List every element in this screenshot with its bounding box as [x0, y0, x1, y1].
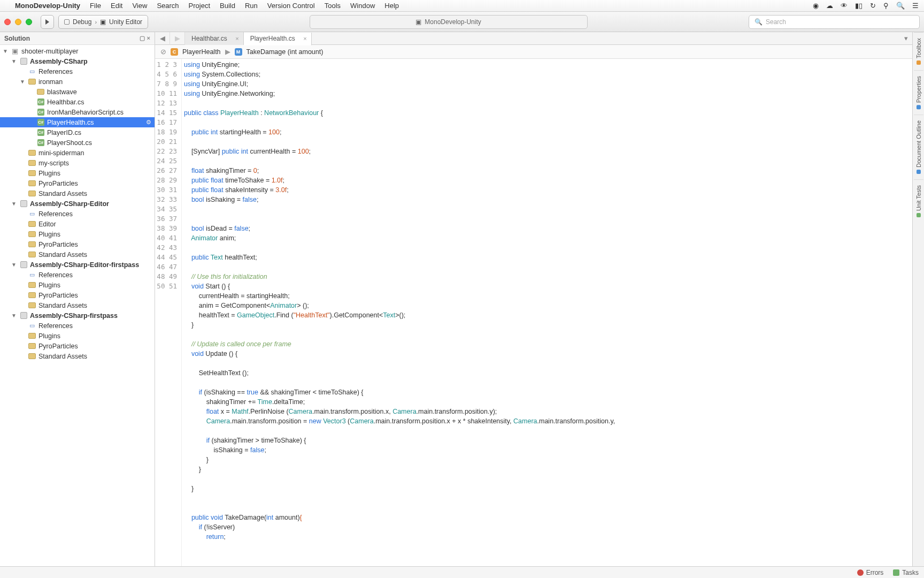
breadcrumb-method[interactable]: TakeDamage (int amount) [247, 48, 324, 56]
minimize-window-icon[interactable] [15, 19, 21, 25]
tree-ironman[interactable]: ▼ironman [0, 77, 155, 87]
tree-playershoot-cs[interactable]: C#PlayerShoot.cs [0, 138, 155, 148]
tree-assembly-csharp-firstpass[interactable]: ▼Assembly-CSharp-firstpass [0, 310, 155, 321]
pad-toolbox[interactable]: Toolbox [914, 32, 923, 70]
breadcrumb-class[interactable]: PlayerHealth [182, 48, 221, 56]
tree-shooter-multiplayer[interactable]: ▼▣shooter-multiplayer [0, 46, 155, 56]
menu-search[interactable]: Search [157, 2, 179, 10]
tree-plugins[interactable]: Plugins [0, 168, 155, 178]
method-icon: M [235, 48, 242, 56]
editor-tabs: Healthbar.cs×PlayerHealth.cs× [185, 32, 312, 45]
tab-overflow-icon[interactable]: ▾ [899, 34, 912, 42]
line-gutter[interactable]: 1 2 3 4 5 6 7 8 9 10 11 12 13 14 15 16 1… [155, 59, 182, 566]
tasks-pad-button[interactable]: Tasks [893, 569, 919, 576]
solution-pad-header: Solution ▢× [0, 32, 155, 45]
tree-pyroparticles[interactable]: PyroParticles [0, 178, 155, 188]
nav-back-button[interactable]: ◀ [155, 32, 170, 45]
solution-pad: Solution ▢× ▼▣shooter-multiplayer▼Assemb… [0, 32, 155, 566]
disclosure-icon[interactable]: ▼ [11, 262, 17, 268]
pad-document-outline[interactable]: Document Outline [914, 115, 923, 179]
tree-standard-assets[interactable]: Standard Assets [0, 188, 155, 199]
tree-pyroparticles[interactable]: PyroParticles [0, 341, 155, 351]
gear-icon[interactable]: ⚙ [146, 119, 151, 126]
wifi-icon[interactable]: ⚲ [883, 2, 889, 10]
tree-standard-assets[interactable]: Standard Assets [0, 351, 155, 361]
menu-file[interactable]: File [90, 2, 101, 10]
disclosure-icon[interactable]: ▼ [11, 313, 17, 318]
eye-icon[interactable]: 👁 [841, 2, 848, 10]
record-icon[interactable]: ◉ [813, 2, 819, 10]
menu-edit[interactable]: Edit [111, 2, 122, 10]
target-icon [64, 19, 70, 25]
menu-version-control[interactable]: Version Control [267, 2, 315, 10]
spotlight-icon[interactable]: 🔍 [896, 2, 905, 10]
menu-tools[interactable]: Tools [325, 2, 341, 10]
tab-playerhealth-cs[interactable]: PlayerHealth.cs× [244, 33, 312, 45]
tree-mini-spiderman[interactable]: mini-spiderman [0, 148, 155, 158]
tree-plugins[interactable]: Plugins [0, 229, 155, 239]
close-window-icon[interactable] [4, 19, 11, 25]
tree-editor[interactable]: Editor [0, 219, 155, 229]
tree-ironmanbehaviorscript-cs[interactable]: C#IronManBehaviorScript.cs [0, 107, 155, 117]
tree-healthbar-cs[interactable]: C#Healthbar.cs [0, 97, 155, 107]
zoom-window-icon[interactable] [26, 19, 32, 25]
config-selector[interactable]: Debug › ▣ Unity Editor [58, 15, 148, 29]
pad-icon [917, 170, 921, 174]
code-editor[interactable]: using UnityEngine;using System.Collectio… [182, 59, 912, 566]
cloud-icon[interactable]: ☁︎ [826, 2, 833, 10]
tree-blastwave[interactable]: blastwave [0, 87, 155, 97]
pad-icon [917, 105, 921, 109]
clock-icon[interactable]: ↻ [870, 2, 876, 10]
device-icon: ▣ [100, 18, 106, 26]
error-icon [857, 569, 864, 576]
pad-properties[interactable]: Properties [914, 70, 923, 115]
menu-run[interactable]: Run [245, 2, 258, 10]
tree-references[interactable]: References [0, 209, 155, 219]
toolbar: Debug › ▣ Unity Editor ▣ MonoDevelop-Uni… [0, 12, 924, 32]
tree-standard-assets[interactable]: Standard Assets [0, 249, 155, 260]
menu-project[interactable]: Project [189, 2, 210, 10]
undock-icon[interactable]: ▢ [140, 35, 145, 42]
disclosure-icon[interactable]: ▼ [11, 58, 17, 64]
macos-menubar: MonoDevelop-Unity FileEditViewSearchProj… [0, 0, 924, 12]
solution-title: Solution [4, 35, 30, 42]
task-icon [893, 569, 899, 576]
tree-assembly-csharp-editor[interactable]: ▼Assembly-CSharp-Editor [0, 199, 155, 209]
tree-my-scripts[interactable]: my-scripts [0, 158, 155, 168]
tab-close-icon[interactable]: × [303, 35, 306, 42]
tree-playerid-cs[interactable]: C#PlayerID.cs [0, 127, 155, 138]
menu-window[interactable]: Window [350, 2, 375, 10]
run-button[interactable] [41, 15, 54, 29]
tree-assembly-csharp-editor-firstpass[interactable]: ▼Assembly-CSharp-Editor-firstpass [0, 260, 155, 270]
app-name[interactable]: MonoDevelop-Unity [15, 2, 80, 10]
tab-healthbar-cs[interactable]: Healthbar.cs× [185, 32, 244, 45]
disclosure-icon[interactable]: ▼ [11, 201, 17, 207]
tree-plugins[interactable]: Plugins [0, 280, 155, 290]
tab-close-icon[interactable]: × [235, 35, 238, 42]
search-placeholder: Search [766, 18, 786, 26]
tree-pyroparticles[interactable]: PyroParticles [0, 239, 155, 249]
no-selection-icon: ⊘ [160, 48, 166, 56]
nav-forward-button[interactable]: ▶ [170, 32, 185, 45]
tree-playerhealth-cs[interactable]: C#PlayerHealth.cs⚙ [0, 117, 155, 127]
tree-references[interactable]: References [0, 270, 155, 280]
menu-icon[interactable]: ☰ [912, 2, 919, 10]
solution-tree[interactable]: ▼▣shooter-multiplayer▼Assembly-CSharpRef… [0, 45, 155, 566]
battery-icon[interactable]: ▮▯ [855, 2, 863, 10]
tree-plugins[interactable]: Plugins [0, 331, 155, 341]
errors-pad-button[interactable]: Errors [857, 569, 884, 576]
pad-unit-tests[interactable]: Unit Tests [914, 179, 923, 223]
tree-pyroparticles[interactable]: PyroParticles [0, 290, 155, 300]
menu-view[interactable]: View [132, 2, 147, 10]
tree-references[interactable]: References [0, 66, 155, 77]
disclosure-icon[interactable]: ▼ [19, 79, 26, 85]
tree-standard-assets[interactable]: Standard Assets [0, 300, 155, 310]
breadcrumb-bar[interactable]: ⊘ C PlayerHealth ▶ M TakeDamage (int amo… [155, 45, 912, 59]
search-field[interactable]: 🔍 Search [749, 15, 920, 29]
close-pad-icon[interactable]: × [147, 35, 150, 42]
menu-build[interactable]: Build [220, 2, 235, 10]
tree-references[interactable]: References [0, 321, 155, 331]
tree-assembly-csharp[interactable]: ▼Assembly-CSharp [0, 56, 155, 66]
disclosure-icon[interactable]: ▼ [2, 48, 9, 54]
menu-help[interactable]: Help [384, 2, 399, 10]
